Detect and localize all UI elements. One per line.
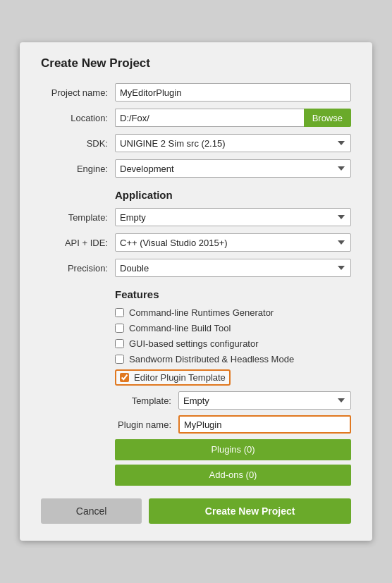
- sdk-row: SDK: UNIGINE 2 Sim src (2.15): [41, 134, 351, 152]
- browse-button[interactable]: Browse: [304, 109, 351, 127]
- features-section-title: Features: [115, 288, 351, 300]
- create-project-dialog: Create New Project Project name: Locatio…: [20, 42, 372, 541]
- editor-plugin-subform: Template: Empty Plugin name: Plugins (0)…: [115, 391, 351, 486]
- checkbox-sandworm[interactable]: [115, 355, 124, 364]
- project-name-row: Project name:: [41, 83, 351, 102]
- engine-row: Engine: Development: [41, 159, 351, 178]
- checkbox-label-0: Command-line Runtimes Generator: [129, 307, 274, 318]
- location-label: Location:: [41, 113, 115, 123]
- plugin-name-label: Plugin name:: [115, 419, 178, 430]
- project-name-label: Project name:: [41, 87, 115, 98]
- checkbox-label-3: Sandworm Distributed & Headless Mode: [129, 354, 294, 364]
- location-input[interactable]: [115, 109, 304, 127]
- plugin-template-row: Template: Empty: [115, 391, 351, 410]
- plugin-template-select[interactable]: Empty: [178, 391, 351, 410]
- app-template-label: Template:: [41, 212, 115, 223]
- app-template-select[interactable]: Empty: [115, 208, 351, 226]
- api-ide-label: API + IDE:: [41, 238, 115, 248]
- api-ide-select[interactable]: C++ (Visual Studio 2015+): [115, 233, 351, 252]
- editor-plugin-label: Editor Plugin Template: [134, 372, 226, 383]
- checkbox-label-1: Command-line Build Tool: [129, 323, 231, 333]
- plugin-name-input[interactable]: [178, 415, 351, 434]
- engine-select[interactable]: Development: [115, 159, 351, 178]
- sdk-label: SDK:: [41, 138, 115, 149]
- api-ide-row: API + IDE: C++ (Visual Studio 2015+): [41, 233, 351, 252]
- app-template-row: Template: Empty: [41, 208, 351, 226]
- checkbox-row-2: GUI-based settings configurator: [115, 338, 351, 349]
- plugin-template-label: Template:: [115, 395, 178, 406]
- checkbox-gui-settings[interactable]: [115, 339, 124, 348]
- checkbox-row-3: Sandworm Distributed & Headless Mode: [115, 354, 351, 364]
- plugins-button[interactable]: Plugins (0): [115, 439, 351, 460]
- application-section-title: Application: [115, 189, 351, 201]
- precision-row: Precision: Double: [41, 259, 351, 277]
- precision-select[interactable]: Double: [115, 259, 351, 277]
- checkbox-cmdline-runtimes[interactable]: [115, 308, 124, 317]
- engine-label: Engine:: [41, 164, 115, 174]
- dialog-footer: Cancel Create New Project: [41, 498, 351, 524]
- create-project-button[interactable]: Create New Project: [149, 498, 351, 524]
- precision-label: Precision:: [41, 263, 115, 274]
- editor-plugin-row: Editor Plugin Template: [115, 369, 231, 386]
- checkbox-editor-plugin[interactable]: [120, 373, 129, 382]
- checkbox-cmdline-build[interactable]: [115, 324, 124, 333]
- location-field-group: Browse: [115, 109, 351, 127]
- sdk-select[interactable]: UNIGINE 2 Sim src (2.15): [115, 134, 351, 152]
- dialog-title: Create New Project: [41, 56, 351, 70]
- project-name-input[interactable]: [115, 83, 351, 102]
- addons-button[interactable]: Add-ons (0): [115, 465, 351, 486]
- plugin-name-row: Plugin name:: [115, 415, 351, 434]
- checkbox-label-2: GUI-based settings configurator: [129, 338, 259, 349]
- cancel-button[interactable]: Cancel: [41, 498, 142, 524]
- location-row: Location: Browse: [41, 109, 351, 127]
- checkbox-row-0: Command-line Runtimes Generator: [115, 307, 351, 318]
- checkbox-row-1: Command-line Build Tool: [115, 323, 351, 333]
